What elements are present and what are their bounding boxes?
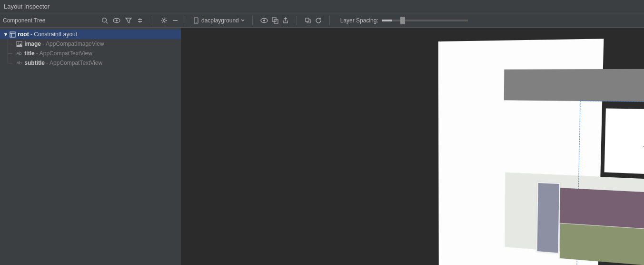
divider	[329, 16, 330, 25]
component-tree-panel: ▾ root - ConstraintLayout image	[0, 28, 181, 265]
export-icon[interactable]	[282, 17, 289, 24]
view-mode-icon[interactable]	[260, 17, 268, 24]
device-icon	[193, 17, 199, 24]
collapse-icon[interactable]	[137, 17, 143, 24]
search-icon[interactable]	[101, 17, 108, 24]
svg-point-7	[196, 22, 197, 23]
svg-line-1	[106, 21, 108, 23]
svg-point-9	[263, 20, 265, 21]
component-tree-label: Component Tree	[3, 17, 101, 24]
node-name: image	[24, 41, 41, 47]
layout-inspector-window: Layout Inspector Component Tree	[0, 0, 644, 265]
layout-icon	[9, 31, 16, 38]
process-name: dacplayground	[201, 17, 239, 24]
chevron-down-icon	[241, 19, 245, 22]
main-body: ▾ root - ConstraintLayout image	[0, 28, 644, 265]
layer-subtitle-bottom[interactable]	[560, 224, 644, 265]
svg-point-0	[102, 18, 107, 22]
settings-icon[interactable]	[161, 17, 168, 24]
divider	[297, 16, 297, 25]
layout-3d-viewport[interactable]: DAC Playground	[181, 28, 644, 265]
node-type: - AppCompatTextView	[35, 50, 92, 57]
node-type: - AppCompatImageView	[41, 41, 104, 47]
slider-thumb[interactable]	[400, 17, 405, 24]
viewport-toolbar: dacplayground Layer Spacing:	[189, 16, 644, 25]
minimize-icon[interactable]	[172, 18, 178, 23]
refresh-icon[interactable]	[315, 17, 322, 24]
node-name: subtitle	[24, 60, 45, 66]
overlay-icon[interactable]	[272, 17, 278, 24]
sidebar-toolbar: Component Tree	[0, 16, 181, 25]
divider	[252, 16, 253, 25]
live-updates-icon[interactable]	[305, 17, 311, 24]
svg-rect-13	[10, 32, 15, 37]
node-name: title	[24, 50, 34, 57]
divider	[185, 16, 185, 25]
process-selector[interactable]: dacplayground	[193, 17, 245, 24]
visibility-icon[interactable]	[113, 17, 120, 24]
toolbar: Component Tree	[0, 13, 644, 28]
chevron-down-icon[interactable]: ▾	[3, 31, 9, 38]
svg-point-4	[163, 20, 165, 21]
divider	[152, 16, 152, 25]
node-name: root	[18, 31, 29, 38]
component-tree[interactable]: ▾ root - ConstraintLayout image	[0, 28, 181, 70]
svg-rect-12	[306, 18, 309, 21]
tree-node-image[interactable]: image - AppCompatImageView	[0, 39, 181, 49]
window-title-bar: Layout Inspector	[0, 0, 644, 13]
filter-icon[interactable]	[125, 17, 132, 24]
tree-node-subtitle[interactable]: Ab subtitle - AppCompatTextView	[0, 58, 181, 68]
text-icon: Ab	[15, 61, 23, 65]
image-icon	[15, 41, 23, 47]
layer-title[interactable]: DAC Playground	[604, 108, 644, 180]
svg-point-17	[18, 42, 19, 43]
tree-node-title[interactable]: Ab title - AppCompatTextView	[0, 49, 181, 58]
node-type: - ConstraintLayout	[29, 31, 77, 38]
layer-spacing-slider[interactable]	[382, 20, 468, 21]
node-type: - AppCompatTextView	[45, 60, 102, 66]
layer-statusbar[interactable]	[504, 69, 644, 102]
layer-image-frame[interactable]	[536, 182, 561, 254]
text-icon: Ab	[15, 51, 23, 56]
tree-node-root[interactable]: ▾ root - ConstraintLayout	[0, 30, 181, 39]
svg-point-3	[116, 20, 118, 21]
window-title: Layout Inspector	[4, 3, 50, 10]
layer-spacing-label: Layer Spacing:	[340, 17, 378, 24]
